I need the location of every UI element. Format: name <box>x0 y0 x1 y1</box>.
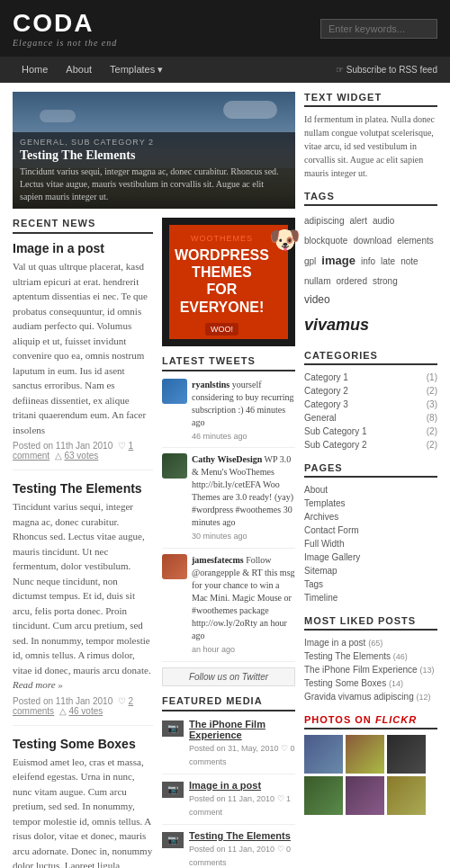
tag-ordered[interactable]: ordered <box>336 276 366 286</box>
categories-list: Category 1(1) Category 2(2) Category 3(3… <box>304 371 437 452</box>
most-liked-widget: MOST LIKED POSTS Image in a post (65) Te… <box>304 615 437 703</box>
latest-tweets-section: LATEST TWEETS ryanlstins yourself consid… <box>162 355 295 686</box>
page-templates: Templates <box>304 497 437 510</box>
content-area: GENERAL, SUB CATEGORY 2 Testing The Elem… <box>13 92 295 868</box>
liked-item-3: The iPhone Film Experience (13) <box>304 663 437 676</box>
nav-home[interactable]: Home <box>13 57 57 83</box>
news-meta-2: Posted on 11th Jan 2010 ♡ 2 comments △ 4… <box>13 696 153 716</box>
tag-image[interactable]: image <box>321 254 356 267</box>
news-title-1[interactable]: Image in a post <box>13 241 153 255</box>
tweet-avatar-2 <box>162 453 187 479</box>
page-tags: Tags <box>304 577 437 591</box>
category-item-3: Category 3(3) <box>304 398 437 411</box>
flickr-photo-6[interactable] <box>387 776 426 815</box>
pages-title: PAGES <box>304 462 437 478</box>
woo-ad-title: WORDPRESS THEMES FOR EVERYONE! <box>175 246 269 316</box>
category-item-sub2: Sub Category 2(2) <box>304 438 437 452</box>
right-column: WОOTHEMES WORDPRESS THEMES FOR EVERYONE!… <box>162 218 295 868</box>
flickr-brand: FLICKR <box>375 714 417 725</box>
recent-news-section: RECENT NEWS Image in a post Val ut quas … <box>13 218 153 868</box>
page-contact: Contact Form <box>304 523 437 537</box>
media-title-2[interactable]: Image in a post <box>189 780 295 791</box>
logo-title[interactable]: CODA <box>13 9 117 38</box>
media-title-3[interactable]: Testing The Elements <box>189 830 295 841</box>
category-item-2: Category 2(2) <box>304 384 437 398</box>
search-input[interactable] <box>320 19 437 39</box>
tag-vivamus[interactable]: vivamus <box>304 316 369 334</box>
featured-overlay: GENERAL, SUB CATEGORY 2 Testing The Elem… <box>13 132 295 209</box>
flickr-grid <box>304 735 437 815</box>
tweet-avatar-1 <box>162 379 187 404</box>
featured-category: GENERAL, SUB CATEGORY 2 <box>20 138 288 147</box>
tweet-text-2: Cathy WiseDesign WP 3.0 & Menu's WooThem… <box>192 453 295 542</box>
tag-download[interactable]: download <box>353 236 392 246</box>
tweet-item-3: jamesfatecms Follow @orangepple & RT thi… <box>162 554 295 662</box>
tweet-avatar-3 <box>162 554 187 579</box>
category-item-sub1: Sub Category 1(2) <box>304 425 437 438</box>
tag-late[interactable]: late <box>381 256 395 266</box>
follow-twitter-link[interactable]: Follow us on Twitter <box>162 667 295 686</box>
tag-adipiscing[interactable]: adipiscing <box>304 216 344 226</box>
liked-item-1: Image in a post (65) <box>304 636 437 649</box>
liked-item-5: Gravida vivamus adipiscing (12) <box>304 690 437 703</box>
featured-excerpt: Tincidunt varius sequi, integer magna ac… <box>20 166 288 203</box>
page-full-width: Full Width <box>304 537 437 550</box>
flickr-photo-5[interactable] <box>346 776 384 815</box>
media-meta-2: Posted on 11 Jan, 2010 ♡ 1 comment <box>189 794 291 817</box>
woo-mascot-icon: 🐶 <box>269 225 301 255</box>
recent-news-title: RECENT NEWS <box>13 218 153 234</box>
page-sitemap: Sitemap <box>304 564 437 577</box>
pages-widget: PAGES About Templates Archives Contact F… <box>304 462 437 604</box>
tag-nullam[interactable]: nullam <box>304 276 330 286</box>
tag-video[interactable]: video <box>304 293 330 306</box>
page-image-gallery: Image Gallery <box>304 550 437 564</box>
featured-image: GENERAL, SUB CATEGORY 2 Testing The Elem… <box>13 92 295 209</box>
woo-ad[interactable]: WОOTHEMES WORDPRESS THEMES FOR EVERYONE!… <box>162 218 295 346</box>
logo-area: CODA Elegance is not the end <box>13 9 117 48</box>
media-thumb-3: 📷 <box>162 832 184 848</box>
nav-links: Home About Templates ▾ <box>13 57 172 83</box>
nav-about[interactable]: About <box>57 57 101 83</box>
tag-note[interactable]: note <box>400 256 418 266</box>
featured-title[interactable]: Testing The Elements <box>20 148 288 163</box>
tags-cloud: adipiscing alert audio blockquote downlo… <box>304 211 437 339</box>
tag-blockquote[interactable]: blockquote <box>304 236 347 246</box>
category-item-general: General(8) <box>304 411 437 425</box>
page-about: About <box>304 483 437 497</box>
news-title-3[interactable]: Testing Some Boxes <box>13 737 153 751</box>
liked-item-4: Testing Some Boxes (14) <box>304 676 437 690</box>
left-column: RECENT NEWS Image in a post Val ut quas … <box>13 218 153 868</box>
tag-gpl[interactable]: gpl <box>304 256 316 266</box>
media-thumb-2: 📷 <box>162 782 184 798</box>
tag-strong[interactable]: strong <box>373 276 398 286</box>
tag-audio[interactable]: audio <box>373 216 394 226</box>
tag-info[interactable]: info <box>361 256 375 266</box>
latest-tweets-title: LATEST TWEETS <box>162 355 295 371</box>
text-widget-title: TEXT WIDGET <box>304 92 437 107</box>
flickr-photo-4[interactable] <box>304 776 343 815</box>
featured-media-section: FEATURED MEDIA 📷 The iPhone Film Experie… <box>162 695 295 868</box>
media-item-1: 📷 The iPhone Film Experience Posted on 3… <box>162 719 295 774</box>
news-votes-link-1[interactable]: 63 votes <box>64 451 98 461</box>
liked-item-2: Testing The Elements (46) <box>304 649 437 663</box>
media-info-2: Image in a post Posted on 11 Jan, 2010 ♡… <box>189 780 295 819</box>
tag-elements[interactable]: elements <box>397 236 434 246</box>
rss-link[interactable]: ☞ Subscribe to RSS feed <box>336 65 437 75</box>
tweet-item-2: Cathy WiseDesign WP 3.0 & Menu's WooThem… <box>162 453 295 549</box>
flickr-photo-2[interactable] <box>346 735 384 774</box>
news-meta-1: Posted on 11th Jan 2010 ♡ 1 comment △ 63… <box>13 441 153 461</box>
main-wrap: GENERAL, SUB CATEGORY 2 Testing The Elem… <box>0 83 450 868</box>
flickr-photo-3[interactable] <box>387 735 426 774</box>
media-info-1: The iPhone Film Experience Posted on 31,… <box>189 719 295 768</box>
logo-tagline: Elegance is not the end <box>13 38 117 48</box>
woo-ad-inner: WОOTHEMES WORDPRESS THEMES FOR EVERYONE!… <box>169 225 288 339</box>
flickr-widget: PHOTOS ON FLICKR <box>304 714 437 815</box>
nav-templates[interactable]: Templates ▾ <box>101 57 172 83</box>
tag-alert[interactable]: alert <box>349 216 366 226</box>
media-item-3: 📷 Testing The Elements Posted on 11 Jan,… <box>162 830 295 868</box>
tags-title: TAGS <box>304 191 437 206</box>
flickr-photo-1[interactable] <box>304 735 343 774</box>
news-votes-link-2[interactable]: 46 votes <box>68 706 103 716</box>
news-title-2[interactable]: Testing The Elements <box>13 481 153 496</box>
media-title-1[interactable]: The iPhone Film Experience <box>189 719 295 740</box>
